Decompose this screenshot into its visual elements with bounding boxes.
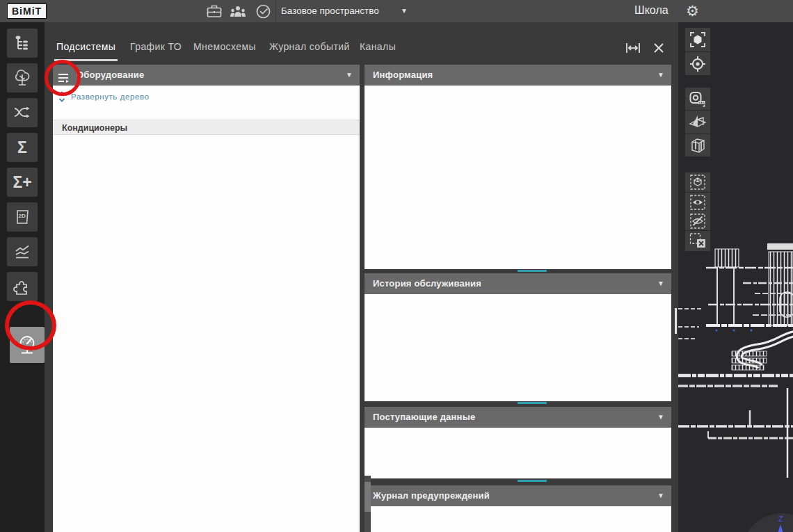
account-name[interactable]: Школа bbox=[634, 4, 668, 17]
section-header-service-history[interactable]: История обслуживания ▼ bbox=[365, 273, 671, 294]
section-header-incoming-data[interactable]: Поступающие данные ▼ bbox=[365, 407, 671, 428]
vertical-scrollbar[interactable] bbox=[365, 476, 371, 532]
section-header-warning-log[interactable]: Журнал предупреждений ▼ bbox=[365, 485, 671, 506]
close-icon[interactable] bbox=[651, 40, 666, 58]
annotation-circle-panel-menu bbox=[45, 60, 81, 96]
tab-subsystems[interactable]: Подсистемы bbox=[54, 41, 118, 61]
measure-tape-button[interactable] bbox=[685, 88, 710, 110]
section-header-info[interactable]: Информация ▼ bbox=[365, 65, 671, 86]
briefcase-icon[interactable] bbox=[206, 3, 224, 19]
equipment-panel-header[interactable]: Оборудование ▼ bbox=[53, 65, 360, 86]
nature-tree-icon[interactable] bbox=[7, 63, 38, 92]
section-caret-icon[interactable]: ▼ bbox=[657, 65, 664, 86]
section-body-incoming-data bbox=[365, 428, 671, 478]
section-caret-icon[interactable]: ▼ bbox=[657, 273, 664, 294]
equipment-panel: Оборудование ▼ Развернуть дерево Кондици… bbox=[53, 65, 360, 532]
puzzle-icon[interactable] bbox=[7, 272, 38, 301]
2d-glyph: 2D bbox=[19, 213, 26, 219]
equipment-panel-title: Оборудование bbox=[77, 65, 144, 86]
settings-gear-icon[interactable]: ⚙ bbox=[686, 1, 699, 21]
panel-splitter-handle[interactable] bbox=[675, 308, 677, 334]
tree-row-conditioners[interactable]: Кондиционеры bbox=[53, 120, 360, 135]
clear-section-button[interactable] bbox=[685, 231, 710, 251]
section-resize-handle[interactable] bbox=[518, 402, 547, 404]
space-selector-caret-icon[interactable]: ▼ bbox=[401, 7, 408, 15]
topbar-separator bbox=[275, 0, 276, 22]
trends-chart-icon[interactable] bbox=[7, 237, 38, 266]
main-panel: Подсистемы График ТО Мнемосхемы Журнал с… bbox=[45, 22, 678, 532]
2d-view-icon[interactable]: 2D bbox=[7, 202, 38, 232]
expand-tree-label: Развернуть дерево bbox=[71, 92, 150, 101]
section-body-service-history bbox=[365, 294, 671, 401]
section-caret-icon[interactable]: ▼ bbox=[657, 407, 664, 428]
show-visibility-button[interactable] bbox=[685, 193, 710, 211]
sigma-icon[interactable]: Σ bbox=[7, 133, 38, 162]
tab-maintenance-schedule[interactable]: График ТО bbox=[128, 41, 184, 59]
section-title: Журнал предупреждений bbox=[373, 490, 490, 501]
tab-channels[interactable]: Каналы bbox=[358, 41, 398, 59]
annotation-circle-gauge bbox=[5, 300, 56, 350]
section-title: История обслуживания bbox=[373, 278, 481, 289]
space-selector[interactable]: Базовое пространство bbox=[281, 6, 379, 16]
section-box-button[interactable] bbox=[685, 134, 710, 156]
axis-z-label: Z bbox=[778, 515, 783, 523]
shuffle-icon[interactable] bbox=[7, 98, 38, 127]
app-logo[interactable]: BiMiT bbox=[7, 3, 47, 19]
scrollbar-thumb[interactable] bbox=[365, 482, 371, 512]
tab-mnemoschemes[interactable]: Мнемосхемы bbox=[191, 41, 258, 59]
users-group-icon[interactable] bbox=[228, 3, 246, 19]
section-body-info bbox=[365, 86, 671, 269]
sigma-glyph: Σ bbox=[17, 138, 27, 157]
hierarchy-tree-icon[interactable] bbox=[7, 29, 38, 58]
section-plane-button[interactable] bbox=[685, 111, 710, 134]
section-body-warning-log bbox=[365, 506, 671, 532]
section-title: Информация bbox=[373, 70, 433, 80]
check-circle-icon[interactable] bbox=[255, 3, 273, 19]
equipment-collapse-caret-icon[interactable]: ▼ bbox=[346, 65, 353, 86]
section-resize-handle[interactable] bbox=[518, 480, 547, 482]
zoom-to-object-button[interactable] bbox=[685, 28, 710, 51]
section-caret-icon[interactable]: ▼ bbox=[657, 485, 664, 506]
sigma-plus-glyph: Σ+ bbox=[13, 173, 31, 192]
locate-target-button[interactable] bbox=[685, 52, 710, 75]
expand-width-icon[interactable] bbox=[625, 40, 641, 58]
section-resize-handle[interactable] bbox=[518, 270, 547, 272]
section-title: Поступающие данные bbox=[373, 412, 475, 422]
top-bar: BiMiT Базовое пространство ▼ Школа ⚙ bbox=[0, 0, 793, 23]
isolate-cube-button[interactable] bbox=[685, 172, 710, 192]
tab-event-log[interactable]: Журнал событий bbox=[267, 41, 352, 59]
hide-visibility-button[interactable] bbox=[685, 211, 710, 230]
sigma-plus-icon[interactable]: Σ+ bbox=[7, 168, 38, 197]
left-icon-rail: Σ Σ+ 2D bbox=[0, 22, 45, 532]
